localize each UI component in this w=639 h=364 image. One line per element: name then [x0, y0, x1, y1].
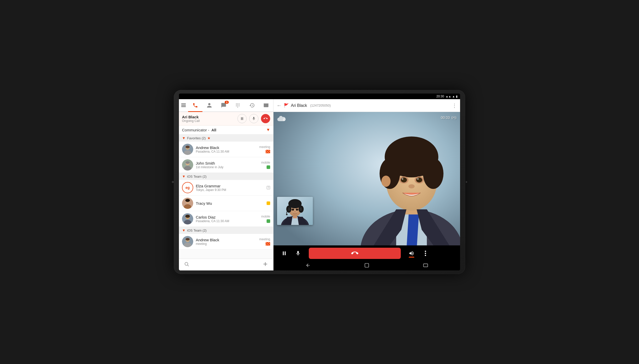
group-ios-team-2-header[interactable]: ▼ iOS Team (2): [179, 227, 273, 234]
header-left: ← 🚩 Ari Black (1247205050): [277, 103, 331, 108]
contact-item-tracy-wu[interactable]: Tracy Wu: [179, 196, 273, 211]
menu-icon[interactable]: [179, 99, 188, 111]
contact-name: John Smith: [196, 161, 261, 165]
contact-item-andrew-black-2[interactable]: Andrew Black meeting meeting: [179, 234, 273, 249]
communicator-filter[interactable]: Communicator - All ▼: [179, 126, 273, 134]
group-ios-team-1-label: iOS Team (2): [187, 175, 207, 178]
mute-call-button[interactable]: [249, 114, 258, 123]
call-name: Ari Black: [182, 115, 200, 119]
status-icons: ▲▲ ▲ ▮: [446, 95, 458, 98]
svg-point-48: [423, 158, 443, 189]
avatar-elza-grammar: eg: [182, 182, 193, 193]
svg-rect-0: [181, 104, 186, 104]
caller-number: (1247205050): [310, 104, 331, 107]
contact-details-tracy: Tracy Wu: [196, 201, 267, 206]
green-status-icon: [267, 219, 270, 223]
contact-item-john-smith[interactable]: John Smith 1st milestone in July mobile: [179, 157, 273, 173]
contact-details-andrew-black-2: Andrew Black meeting: [196, 238, 259, 246]
tab-phone[interactable]: [188, 99, 202, 111]
end-call-button[interactable]: [261, 114, 270, 123]
status-time: 20:30: [436, 95, 444, 98]
tablet-device: 20:30 ▲▲ ▲ ▮: [174, 90, 465, 274]
svg-point-6: [236, 105, 237, 105]
call-status: Ongoing Call: [182, 119, 200, 123]
meeting-status-icon: [266, 242, 270, 246]
video-more-button[interactable]: [420, 248, 431, 259]
avatar-john-smith: [182, 159, 193, 170]
contact-name: Carlos Diaz: [196, 215, 261, 219]
svg-point-53: [402, 178, 403, 180]
svg-rect-77: [285, 252, 286, 255]
back-icon[interactable]: ←: [277, 103, 282, 108]
svg-point-78: [425, 251, 426, 252]
svg-point-9: [236, 106, 237, 106]
camera-right: [466, 181, 467, 183]
video-call-header: ← 🚩 Ari Black (1247205050) ⋮: [273, 99, 460, 112]
status-label: mobile: [261, 215, 270, 218]
contact-sub: Pasadena, CA 11:30 AM: [196, 150, 259, 153]
contact-item-elza-grammar[interactable]: eg Elza Grammar Tokyo, Japan 9:30 PM ?: [179, 180, 273, 196]
timer-value: 00:03: [441, 116, 450, 120]
tab-voicemail[interactable]: [259, 99, 273, 111]
svg-rect-71: [288, 208, 290, 211]
svg-rect-1: [181, 105, 186, 106]
pause-call-button[interactable]: [237, 114, 247, 123]
svg-rect-76: [283, 252, 284, 255]
group-favorites-header[interactable]: ▼ Favorites (2) ★: [179, 134, 273, 142]
contact-sub: 1st milestone in July: [196, 165, 261, 169]
contact-name: Elza Grammar: [196, 184, 267, 188]
search-button[interactable]: [184, 261, 189, 268]
meeting-status-icon: [266, 150, 270, 153]
group-ios-team-1-header[interactable]: ▼ iOS Team (2): [179, 173, 273, 180]
nav-back-button[interactable]: [301, 262, 315, 270]
contact-item-andrew-black[interactable]: Andrew Black Pasadena, CA 11:30 AM meeti…: [179, 142, 273, 157]
contact-item-carlos-diaz[interactable]: Carlos Diaz Pasadena, CA 11:30 AM mobile: [179, 211, 273, 227]
svg-rect-81: [365, 264, 369, 267]
contact-status-elza: ?: [267, 186, 270, 189]
tablet-screen: 20:30 ▲▲ ▲ ▮: [179, 94, 460, 270]
video-call-area: 00:03 ((•)): [273, 112, 460, 245]
contact-details-elza: Elza Grammar Tokyo, Japan 9:30 PM: [196, 184, 267, 192]
battery-icon: ▮: [456, 95, 458, 98]
tab-history[interactable]: [245, 99, 259, 111]
app-area: 3: [179, 99, 460, 270]
yellow-status-icon: [267, 201, 270, 205]
video-speaker-button[interactable]: [406, 248, 417, 259]
chevron-down-icon: ▼: [182, 174, 186, 178]
video-end-call-button[interactable]: [309, 248, 401, 259]
tab-contacts[interactable]: [202, 99, 217, 111]
avatar-andrew-black-2: [182, 236, 193, 247]
main-area: ← 🚩 Ari Black (1247205050) ⋮: [273, 99, 460, 270]
group-ios-team-2-label: iOS Team (2): [187, 229, 207, 232]
nav-home-button[interactable]: [360, 262, 373, 270]
svg-point-80: [425, 255, 426, 256]
svg-point-12: [237, 107, 238, 108]
video-pause-button[interactable]: [279, 248, 290, 259]
contact-details-john-smith: John Smith 1st milestone in July: [196, 161, 261, 169]
tab-chat[interactable]: 3: [216, 99, 231, 111]
contact-sub: meeting: [196, 242, 259, 246]
contact-list: ▼ Favorites (2) ★: [179, 134, 273, 259]
svg-point-69: [296, 209, 298, 211]
chevron-down-icon: ▼: [182, 228, 186, 232]
svg-rect-2: [181, 106, 186, 107]
svg-point-73: [286, 214, 288, 215]
tab-dialpad[interactable]: [231, 99, 245, 111]
svg-point-7: [237, 105, 238, 105]
svg-point-27: [185, 199, 190, 202]
video-mute-button[interactable]: [292, 248, 304, 259]
signal-icon: ▲▲: [446, 95, 451, 98]
nav-recents-button[interactable]: [419, 262, 432, 270]
svg-point-8: [239, 105, 239, 105]
svg-point-68: [292, 209, 294, 211]
contact-details-carlos: Carlos Diaz Pasadena, CA 11:30 AM: [196, 215, 261, 223]
contact-sub: Tokyo, Japan 9:30 PM: [196, 188, 267, 192]
add-contact-button[interactable]: [263, 261, 268, 268]
svg-point-35: [186, 238, 190, 241]
svg-rect-15: [242, 117, 243, 120]
svg-point-10: [237, 106, 238, 106]
contact-status-andrew-2: meeting: [259, 237, 270, 246]
more-options-icon[interactable]: ⋮: [452, 103, 457, 109]
contact-status-carlos: mobile: [261, 215, 270, 223]
status-label: meeting: [259, 237, 270, 241]
